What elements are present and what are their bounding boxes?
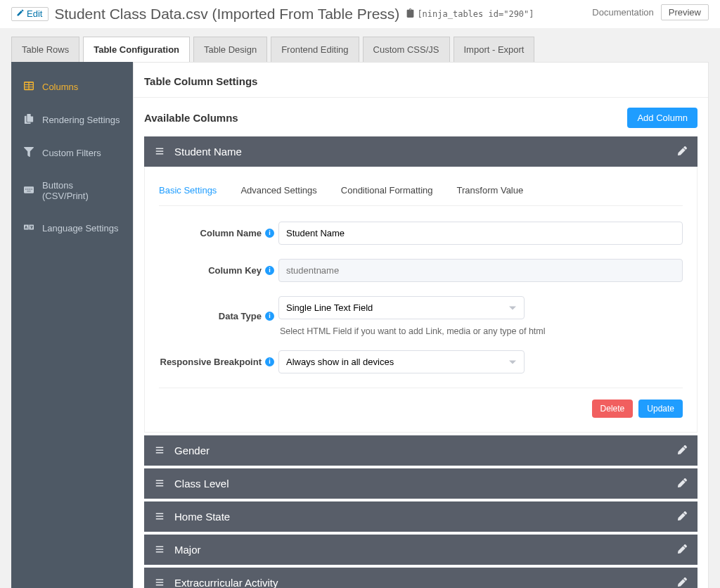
column-title: Student Name <box>174 146 242 158</box>
column-title: Home State <box>174 511 230 523</box>
update-button[interactable]: Update <box>638 400 683 418</box>
column-header-major[interactable]: Major <box>144 535 698 565</box>
sub-tab-conditional[interactable]: Conditional Formatting <box>341 185 433 196</box>
info-icon[interactable]: i <box>265 229 274 238</box>
add-column-button[interactable]: Add Column <box>627 108 698 128</box>
column-header-gender[interactable]: Gender <box>144 435 698 466</box>
sub-tab-advanced[interactable]: Advanced Settings <box>240 185 316 196</box>
column-editor-panel: Basic Settings Advanced Settings Conditi… <box>144 167 698 433</box>
shortcode-text: [ninja_tables id="290"] <box>417 9 534 19</box>
filter-icon <box>24 147 34 159</box>
tab-table-configuration[interactable]: Table Configuration <box>83 37 190 62</box>
column-header-class-level[interactable]: Class Level <box>144 468 698 499</box>
column-name-input[interactable] <box>278 222 683 245</box>
delete-button[interactable]: Delete <box>592 400 634 418</box>
column-title: Major <box>174 544 201 556</box>
label-responsive-breakpoint: Responsive Breakpoint <box>160 357 262 367</box>
column-header-extracurricular[interactable]: Extracurricular Activity <box>144 568 698 588</box>
sidebar-item-label: Rendering Settings <box>42 115 120 125</box>
column-title: Extracurricular Activity <box>174 577 278 588</box>
info-icon[interactable]: i <box>265 312 274 321</box>
pencil-icon <box>16 8 25 19</box>
shortcode-display[interactable]: [ninja_tables id="290"] <box>406 8 534 20</box>
sidebar-item-label: Language Settings <box>42 223 118 234</box>
info-icon[interactable]: i <box>265 357 274 366</box>
edit-link-label: Edit <box>27 8 42 19</box>
sub-tab-basic[interactable]: Basic Settings <box>159 185 217 196</box>
drag-handle-icon[interactable] <box>155 146 165 158</box>
main-tabs: Table Rows Table Configuration Table Des… <box>0 28 720 62</box>
documentation-link[interactable]: Documentation <box>592 7 653 18</box>
config-sidebar: Columns Rendering Settings Custom Filter… <box>11 62 133 588</box>
drag-handle-icon[interactable] <box>155 544 165 556</box>
tab-import-export[interactable]: Import - Export <box>454 37 535 62</box>
edit-column-icon[interactable] <box>678 577 687 588</box>
sidebar-item-language[interactable]: Language Settings <box>11 212 133 245</box>
column-title: Class Level <box>174 478 229 490</box>
column-title: Gender <box>174 445 210 456</box>
table-icon <box>24 81 34 93</box>
copy-icon <box>406 8 414 20</box>
label-column-name: Column Name <box>200 228 262 238</box>
sidebar-item-filters[interactable]: Custom Filters <box>11 136 133 170</box>
sidebar-item-rendering[interactable]: Rendering Settings <box>11 103 133 136</box>
tab-custom-css-js[interactable]: Custom CSS/JS <box>363 37 450 62</box>
preview-button[interactable]: Preview <box>661 4 709 20</box>
sidebar-item-columns[interactable]: Columns <box>11 70 133 103</box>
sidebar-item-label: Columns <box>42 82 78 92</box>
responsive-breakpoint-select[interactable]: Always show in all devices <box>278 350 525 373</box>
data-type-select[interactable]: Single Line Text Field <box>278 296 525 319</box>
sidebar-item-buttons[interactable]: Buttons (CSV/Print) <box>11 170 133 212</box>
language-icon <box>24 222 34 234</box>
keyboard-icon <box>24 185 34 197</box>
label-data-type: Data Type <box>219 311 262 321</box>
edit-column-icon[interactable] <box>678 544 687 556</box>
tab-table-design[interactable]: Table Design <box>193 37 267 62</box>
section-title: Table Column Settings <box>134 63 708 98</box>
drag-handle-icon[interactable] <box>155 577 165 588</box>
drag-handle-icon[interactable] <box>155 511 165 523</box>
drag-handle-icon[interactable] <box>155 445 165 456</box>
edit-column-icon[interactable] <box>678 445 687 456</box>
drag-handle-icon[interactable] <box>155 478 165 490</box>
data-type-help: Select HTML Field if you want to add Lin… <box>280 326 683 336</box>
available-columns-heading: Available Columns <box>144 112 238 124</box>
page-title: Student Class Data.csv (Imported From Ta… <box>54 6 399 23</box>
tab-frontend-editing[interactable]: Frontend Editing <box>271 37 359 62</box>
info-icon[interactable]: i <box>265 266 274 275</box>
edit-link[interactable]: Edit <box>11 7 49 21</box>
edit-column-icon[interactable] <box>678 146 687 158</box>
content-panel: Table Column Settings Available Columns … <box>133 62 709 588</box>
copy-icon <box>24 114 34 126</box>
edit-column-icon[interactable] <box>678 478 687 490</box>
sidebar-item-label: Custom Filters <box>42 148 101 158</box>
sidebar-item-label: Buttons (CSV/Print) <box>42 180 120 201</box>
label-column-key: Column Key <box>208 265 262 276</box>
column-header-student-name[interactable]: Student Name <box>144 136 698 167</box>
column-key-input <box>278 259 683 282</box>
column-header-home-state[interactable]: Home State <box>144 501 698 532</box>
sub-tab-transform[interactable]: Transform Value <box>457 185 524 196</box>
edit-column-icon[interactable] <box>678 511 687 523</box>
tab-table-rows[interactable]: Table Rows <box>11 37 79 62</box>
